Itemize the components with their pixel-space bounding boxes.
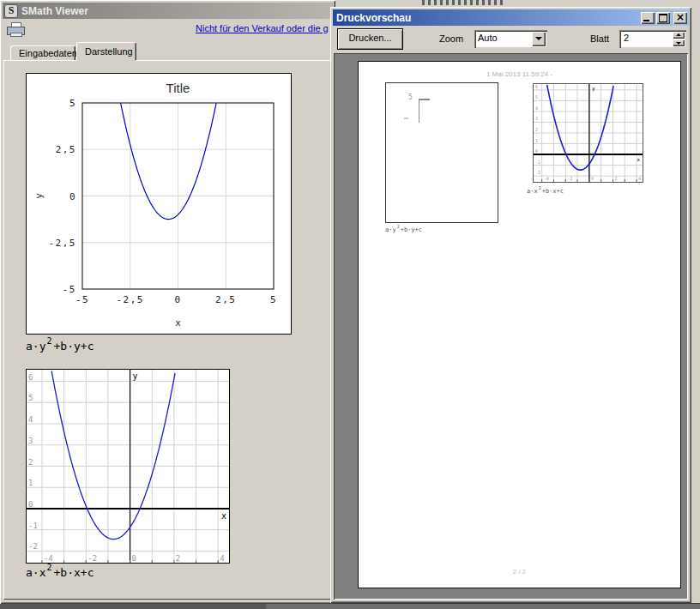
minimize-icon: [643, 20, 649, 21]
svg-text:3: 3: [28, 437, 33, 445]
dialog-titlebar[interactable]: Druckvorschau ×: [333, 9, 689, 26]
formula-lead: a·y: [26, 340, 45, 353]
svg-text:x: x: [175, 317, 181, 329]
svg-text:4: 4: [535, 106, 538, 111]
sheet-number-input[interactable]: 2: [619, 30, 686, 48]
sheet-up-button[interactable]: [673, 32, 685, 39]
formula-lead: a·x: [527, 188, 538, 195]
minimize-button[interactable]: [641, 12, 655, 24]
svg-text:5: 5: [69, 98, 76, 109]
svg-text:0: 0: [132, 554, 136, 563]
smath-titlebar[interactable]: S SMath Viewer: [3, 3, 333, 19]
svg-text:-4: -4: [44, 554, 53, 563]
formula-sup: 2: [46, 336, 51, 346]
svg-text:-2: -2: [567, 176, 572, 181]
smath-viewer-window: S SMath Viewer Nicht für den Verkauf ode…: [0, 0, 335, 604]
svg-text:6: 6: [535, 84, 538, 89]
svg-text:-5: -5: [63, 284, 76, 295]
svg-text:Title: Title: [166, 81, 190, 95]
zoom-select[interactable]: Auto: [474, 30, 547, 48]
svg-text:-2: -2: [28, 542, 38, 551]
svg-text:0: 0: [28, 500, 33, 509]
svg-text:0: 0: [174, 294, 181, 305]
formula-a-y2: a·y2+b·y+c: [26, 338, 94, 353]
preview-formula-a-y2: a·y2+b·y+c: [385, 225, 422, 233]
formula-rest: +b·x+c: [542, 188, 564, 195]
svg-text:x: x: [637, 156, 640, 162]
plot-grid-parabola: 6543210-1-2-4-2024yx: [26, 369, 230, 564]
svg-text:1: 1: [28, 479, 33, 487]
zoom-label: Zoom: [439, 33, 463, 44]
preview-empty-plot: 5: [385, 82, 498, 223]
screen-bottom-edge: [0, 603, 700, 609]
formula-rest: +b·y+c: [401, 226, 422, 233]
preview-formula-a-x2: a·x2+b·x+c: [527, 186, 564, 195]
svg-text:2,5: 2,5: [56, 144, 76, 155]
svg-text:4: 4: [28, 415, 33, 424]
preview-panel[interactable]: 1 Mai 2013 11:59:24 - 5 a·y2+b·y+c 65432…: [334, 53, 688, 600]
formula-a-x2: a·x2+b·x+c: [26, 564, 94, 579]
formula-lead: a·x: [26, 566, 45, 579]
formula-lead: a·y: [385, 226, 396, 233]
formula-sup: 2: [397, 224, 400, 229]
preview-grid-plot: 6543210-1-2-4-2024yx: [533, 83, 643, 183]
smath-window-title: SMath Viewer: [21, 5, 331, 17]
preview-plot-artifact: [404, 118, 408, 119]
svg-text:-1: -1: [535, 160, 540, 165]
license-link[interactable]: Nicht für den Verkauf oder die g: [196, 23, 329, 33]
svg-text:0: 0: [591, 176, 594, 181]
svg-text:3: 3: [535, 116, 538, 121]
formula-rest: +b·y+c: [54, 340, 94, 353]
svg-text:-2: -2: [535, 170, 540, 175]
formula-sup: 2: [46, 563, 51, 572]
dialog-title: Druckvorschau: [336, 12, 639, 24]
svg-text:4: 4: [220, 554, 224, 563]
print-button[interactable]: Drucken...: [337, 28, 403, 50]
chevron-down-icon: [535, 37, 542, 40]
sheet-number-value: 2: [624, 33, 629, 43]
svg-text:y: y: [133, 371, 138, 381]
sheet-down-button[interactable]: [673, 39, 685, 46]
svg-text:-4: -4: [544, 176, 549, 181]
formula-rest: +b·x+c: [54, 566, 94, 579]
page-footer-number: 2 / 2: [359, 568, 680, 576]
svg-text:-5: -5: [75, 294, 89, 305]
svg-text:x: x: [221, 511, 226, 521]
preview-plot-tick: 5: [408, 93, 413, 101]
svg-text:0: 0: [69, 191, 76, 202]
svg-text:1: 1: [535, 138, 538, 143]
svg-text:-1: -1: [28, 522, 38, 530]
printer-tray: [10, 33, 22, 37]
arrow-up-icon: [676, 33, 681, 36]
zoom-select-value: Auto: [478, 33, 498, 43]
print-icon[interactable]: [7, 22, 25, 37]
svg-text:-2,5: -2,5: [117, 294, 145, 305]
svg-text:y: y: [592, 85, 595, 92]
svg-text:2,5: 2,5: [215, 294, 236, 305]
svg-text:5: 5: [270, 294, 277, 305]
preview-plot-axis-corner: [419, 99, 430, 123]
arrow-down-icon: [676, 42, 681, 45]
svg-text:2: 2: [614, 176, 617, 181]
sheet-label: Blatt: [590, 33, 609, 44]
svg-text:6: 6: [28, 373, 33, 382]
tab-eingabedaten[interactable]: Eingabedaten: [10, 45, 75, 60]
formula-sup: 2: [539, 185, 541, 190]
zoom-dropdown-button[interactable]: [532, 32, 546, 46]
svg-text:y: y: [33, 193, 45, 199]
svg-text:-2: -2: [88, 554, 97, 563]
svg-text:0: 0: [535, 148, 538, 154]
plot-title-parabola: -5-2,502,55-5-2,502,55Titlexy: [26, 73, 292, 335]
svg-text:-2,5: -2,5: [49, 238, 77, 249]
svg-text:4: 4: [638, 176, 641, 181]
maximize-button[interactable]: [656, 12, 670, 24]
screen-bottom-edge-dark: [0, 604, 266, 609]
tab-darstellung[interactable]: Darstellung: [76, 42, 136, 60]
maximize-icon: [659, 14, 667, 22]
background-window-artifact: [422, 0, 504, 5]
svg-text:5: 5: [535, 94, 538, 99]
page-header-date: 1 Mai 2013 11:59:24 -: [359, 70, 680, 78]
close-button[interactable]: ×: [673, 12, 687, 24]
smath-logo-icon: S: [4, 4, 18, 18]
screen: S SMath Viewer Nicht für den Verkauf ode…: [0, 0, 700, 609]
